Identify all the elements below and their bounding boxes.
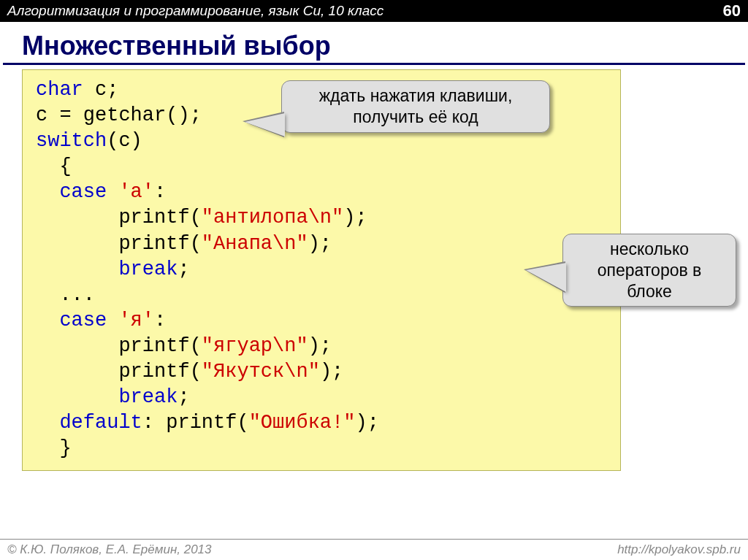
- callout-text: получить её код: [353, 107, 478, 126]
- code-text: : printf(: [142, 412, 249, 434]
- literal: "антилопа\n": [202, 207, 343, 229]
- literal: 'а': [107, 181, 154, 203]
- code-text: :: [154, 181, 166, 203]
- kw-break: break: [36, 386, 178, 408]
- code-text: {: [36, 156, 72, 177]
- kw-case: case: [36, 181, 107, 203]
- kw-case: case: [36, 310, 107, 331]
- callout-text: операторов в: [598, 261, 702, 280]
- literal: "Ошибка!": [249, 412, 356, 434]
- code-text: printf(: [36, 335, 202, 357]
- code-text: );: [308, 233, 332, 255]
- code-text: c;: [83, 79, 119, 101]
- callout-text: несколько: [610, 239, 689, 258]
- code-text: printf(: [36, 233, 202, 255]
- literal: "Якутск\n": [202, 361, 320, 383]
- code-text: ;: [178, 258, 189, 280]
- page-number: 60: [723, 1, 741, 20]
- code-text: );: [343, 207, 367, 229]
- code-text: printf(: [36, 361, 202, 383]
- literal: "Анапа\n": [202, 233, 308, 255]
- kw-char: char: [36, 79, 83, 101]
- code-text: );: [320, 361, 343, 383]
- code-text: );: [308, 335, 332, 357]
- kw-default: default: [36, 412, 142, 434]
- code-text: :: [154, 310, 166, 331]
- literal: "ягуар\n": [202, 335, 308, 357]
- kw-switch: switch: [36, 130, 107, 152]
- footer-bar: © К.Ю. Поляков, Е.А. Ерёмин, 2013 http:/…: [0, 539, 748, 560]
- kw-break: break: [36, 258, 178, 280]
- code-text: );: [355, 412, 378, 434]
- code-text: ;: [178, 386, 189, 408]
- callout-text: ждать нажатия клавиши,: [319, 86, 513, 105]
- header-subject: Алгоритмизация и программирование, язык …: [7, 3, 383, 19]
- code-text: printf(: [36, 207, 202, 229]
- footer-url: http://kpolyakov.spb.ru: [617, 542, 741, 557]
- code-text: }: [36, 437, 72, 459]
- code-text: c = getchar();: [36, 104, 202, 126]
- callout-pointer: [245, 113, 285, 137]
- copyright-text: © К.Ю. Поляков, Е.А. Ерёмин, 2013: [7, 542, 212, 557]
- code-text: (c): [107, 130, 142, 152]
- callout-multiops: несколько операторов в блоке: [562, 234, 736, 307]
- slide-title: Множественный выбор: [22, 31, 748, 61]
- callout-pointer: [526, 263, 566, 292]
- literal: 'я': [107, 310, 154, 331]
- callout-getchar: ждать нажатия клавиши, получить её код: [281, 80, 550, 133]
- header-bar: Алгоритмизация и программирование, язык …: [0, 0, 748, 22]
- callout-text: блоке: [627, 282, 672, 301]
- title-underline: [3, 63, 745, 65]
- code-text: ...: [36, 284, 95, 306]
